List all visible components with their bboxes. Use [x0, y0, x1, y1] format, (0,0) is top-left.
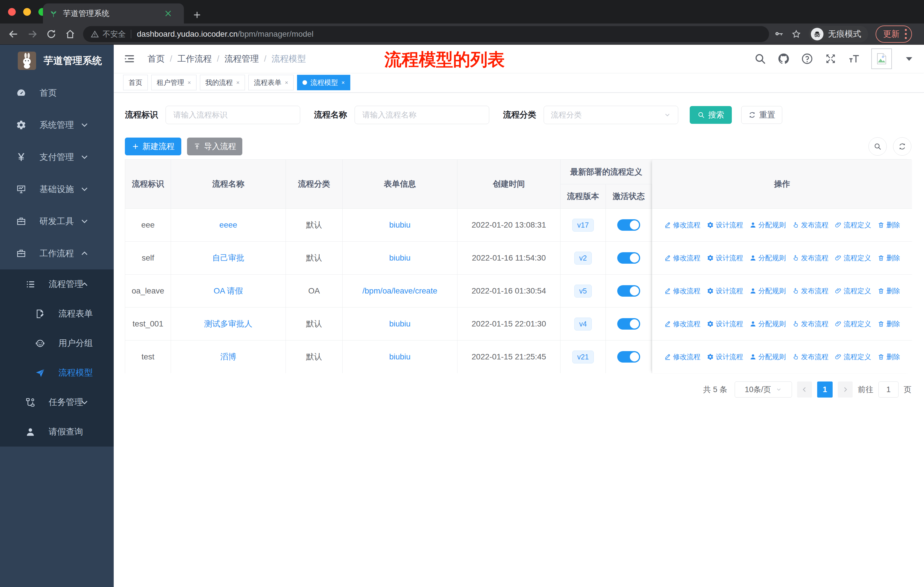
reset-button[interactable]: 重置: [741, 106, 782, 124]
sidebar-item-5[interactable]: 工作流程: [0, 237, 114, 270]
tag-3[interactable]: 流程表单×: [248, 75, 294, 90]
avatar-caret-icon[interactable]: [903, 53, 916, 65]
font-size-icon[interactable]: [848, 53, 860, 65]
definition-action-link[interactable]: 流程定义: [835, 319, 871, 329]
tag-0[interactable]: 首页: [123, 75, 148, 90]
design-action-link[interactable]: 设计流程: [707, 286, 743, 296]
assign-action-link[interactable]: 分配规则: [749, 220, 786, 230]
address-bar[interactable]: 不安全 dashboard.yudao.iocoder.cn /bpm/mana…: [83, 26, 769, 42]
edit-action-link[interactable]: 修改流程: [664, 220, 701, 230]
not-secure-icon[interactable]: [91, 30, 99, 38]
browser-menu-icon[interactable]: [905, 29, 907, 39]
tag-close-icon[interactable]: ×: [342, 79, 345, 86]
current-page-button[interactable]: 1: [817, 382, 833, 398]
category-select[interactable]: 流程分类: [544, 106, 678, 124]
import-process-button[interactable]: 导入流程: [187, 137, 242, 155]
back-icon[interactable]: [8, 29, 19, 40]
tag-2[interactable]: 我的流程×: [200, 75, 245, 90]
tag-4[interactable]: 流程模型×: [297, 75, 350, 90]
sidebar-item-11[interactable]: 请假查询: [0, 417, 114, 446]
delete-action-link[interactable]: 删除: [878, 352, 900, 361]
tag-close-icon[interactable]: ×: [236, 79, 240, 86]
design-action-link[interactable]: 设计流程: [707, 253, 743, 263]
publish-action-link[interactable]: 发布流程: [792, 286, 828, 296]
definition-action-link[interactable]: 流程定义: [835, 286, 871, 296]
reload-icon[interactable]: [46, 29, 57, 40]
breadcrumb-item-2[interactable]: 流程管理: [224, 53, 259, 65]
create-process-button[interactable]: 新建流程: [125, 137, 181, 155]
hamburger-icon[interactable]: [124, 53, 135, 65]
form-info-link[interactable]: biubiu: [389, 319, 411, 329]
form-info-link[interactable]: /bpm/oa/leave/create: [362, 286, 437, 296]
sidebar-item-3[interactable]: 基础设施: [0, 173, 114, 205]
definition-action-link[interactable]: 流程定义: [835, 253, 871, 263]
delete-action-link[interactable]: 删除: [878, 220, 900, 230]
form-info-link[interactable]: biubiu: [389, 220, 411, 230]
version-badge[interactable]: v17: [572, 219, 594, 231]
search-icon[interactable]: [754, 53, 766, 65]
publish-action-link[interactable]: 发布流程: [792, 352, 828, 361]
browser-tab[interactable]: 芋道管理系统: [43, 3, 184, 23]
toggle-search-button[interactable]: [868, 137, 887, 155]
delete-action-link[interactable]: 删除: [878, 286, 900, 296]
version-badge[interactable]: v4: [574, 317, 591, 331]
sidebar-item-6[interactable]: 流程管理: [0, 270, 114, 299]
forward-icon[interactable]: [27, 29, 38, 40]
publish-action-link[interactable]: 发布流程: [792, 220, 828, 230]
process-name-link[interactable]: 滔博: [220, 351, 236, 362]
sidebar-item-9[interactable]: 流程模型: [0, 358, 114, 387]
not-secure-label[interactable]: 不安全: [102, 29, 126, 39]
user-avatar[interactable]: [871, 48, 892, 69]
fullscreen-icon[interactable]: [824, 53, 837, 65]
browser-update-button[interactable]: 更新: [876, 25, 912, 43]
active-toggle[interactable]: [617, 252, 640, 264]
sidebar-logo[interactable]: 芋道管理系统: [0, 45, 114, 77]
sidebar-item-7[interactable]: 流程表单: [0, 299, 114, 329]
definition-action-link[interactable]: 流程定义: [835, 220, 871, 230]
page-size-select[interactable]: 10条/页: [735, 382, 792, 398]
tag-close-icon[interactable]: ×: [188, 79, 191, 86]
process-name-field[interactable]: [362, 110, 482, 120]
goto-page-input[interactable]: 1: [878, 382, 899, 398]
assign-action-link[interactable]: 分配规则: [749, 286, 786, 296]
sidebar-item-10[interactable]: 任务管理: [0, 387, 114, 417]
assign-action-link[interactable]: 分配规则: [749, 253, 786, 263]
active-toggle[interactable]: [617, 318, 640, 330]
sidebar-item-2[interactable]: 支付管理: [0, 141, 114, 173]
tag-close-icon[interactable]: ×: [285, 79, 288, 86]
process-id-input[interactable]: [165, 106, 300, 124]
process-name-link[interactable]: 测试多审批人: [204, 318, 252, 329]
version-badge[interactable]: v2: [574, 251, 591, 265]
sidebar-item-8[interactable]: 用户分组: [0, 329, 114, 358]
assign-action-link[interactable]: 分配规则: [749, 319, 786, 329]
process-name-link[interactable]: 自己审批: [212, 253, 244, 263]
next-page-button[interactable]: [838, 382, 853, 398]
publish-action-link[interactable]: 发布流程: [792, 253, 828, 263]
breadcrumb-item-0[interactable]: 首页: [147, 53, 165, 65]
active-toggle[interactable]: [617, 285, 640, 297]
version-badge[interactable]: v21: [572, 351, 594, 364]
edit-action-link[interactable]: 修改流程: [664, 253, 701, 263]
design-action-link[interactable]: 设计流程: [707, 220, 743, 230]
password-key-icon[interactable]: [774, 29, 784, 39]
edit-action-link[interactable]: 修改流程: [664, 319, 701, 329]
delete-action-link[interactable]: 删除: [878, 319, 900, 329]
process-name-link[interactable]: OA 请假: [214, 286, 243, 296]
process-id-field[interactable]: [173, 110, 293, 120]
help-icon[interactable]: [801, 53, 813, 65]
new-tab-button[interactable]: [193, 10, 201, 20]
home-icon[interactable]: [65, 29, 76, 40]
definition-action-link[interactable]: 流程定义: [835, 352, 871, 361]
design-action-link[interactable]: 设计流程: [707, 319, 743, 329]
form-info-link[interactable]: biubiu: [389, 253, 411, 263]
sidebar-item-0[interactable]: 首页: [0, 77, 114, 109]
breadcrumb-item-1[interactable]: 工作流程: [177, 53, 212, 65]
refresh-table-button[interactable]: [893, 137, 911, 155]
process-name-link[interactable]: eeee: [219, 220, 237, 230]
publish-action-link[interactable]: 发布流程: [792, 319, 828, 329]
sidebar-item-1[interactable]: 系统管理: [0, 109, 114, 141]
tag-1[interactable]: 租户管理×: [151, 75, 196, 90]
github-icon[interactable]: [777, 53, 790, 65]
edit-action-link[interactable]: 修改流程: [664, 352, 701, 361]
prev-page-button[interactable]: [797, 382, 812, 398]
